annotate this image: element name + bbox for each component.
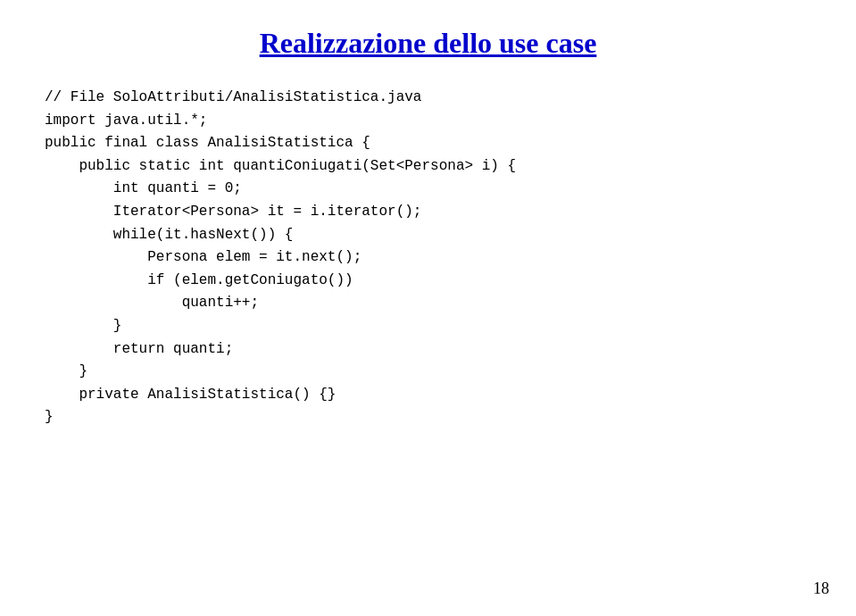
- page-title: Realizzazione dello use case: [36, 27, 820, 60]
- code-line-17: }: [45, 406, 820, 429]
- code-line-6: public static int quantiConiugati(Set<Pe…: [45, 155, 820, 179]
- code-line-10: Persona elem = it.next();: [45, 246, 820, 270]
- page-number: 18: [813, 579, 829, 598]
- code-line-11: if (elem.getConiugato()): [45, 270, 820, 293]
- code-line-8: Iterator<Persona> it = i.iterator();: [45, 201, 820, 224]
- page-container: Realizzazione dello use case // File Sol…: [0, 0, 856, 616]
- code-line-13: }: [45, 315, 820, 338]
- code-line-1: // File SoloAttributi/AnalisiStatistica.…: [45, 87, 820, 110]
- code-line-5: public final class AnalisiStatistica {: [45, 132, 820, 155]
- code-block: // File SoloAttributi/AnalisiStatistica.…: [36, 87, 820, 429]
- code-line-16: private AnalisiStatistica() {}: [45, 384, 820, 407]
- code-line-14: return quanti;: [45, 338, 820, 362]
- code-line-15: }: [45, 361, 820, 384]
- code-line-3: import java.util.*;: [45, 110, 820, 133]
- code-line-12: quanti++;: [45, 292, 820, 315]
- code-line-7: int quanti = 0;: [45, 178, 820, 201]
- code-line-9: while(it.hasNext()) {: [45, 224, 820, 247]
